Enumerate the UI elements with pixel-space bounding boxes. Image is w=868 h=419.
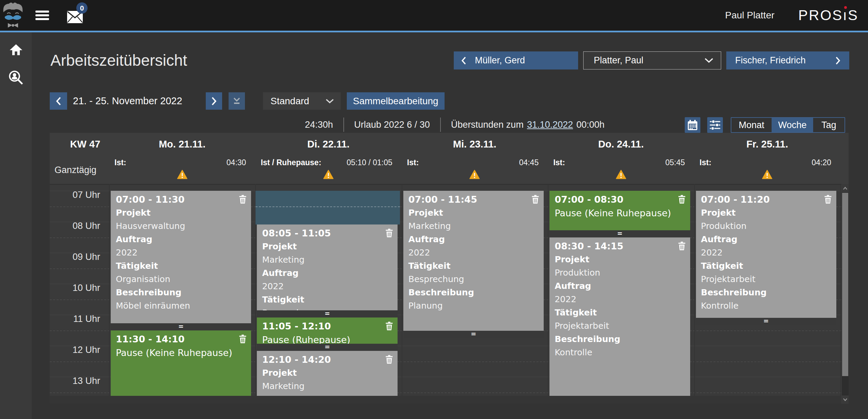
home-icon[interactable] (0, 40, 32, 60)
resize-handle[interactable]: = (696, 318, 836, 325)
event-field-value: Projektarbeit (555, 319, 685, 332)
event-field-value: 2022 (555, 293, 685, 306)
delete-icon[interactable] (532, 195, 539, 205)
day-column: 07:00 - 11:30 ProjektHausverwaltungAuftr… (109, 184, 255, 396)
person-search-icon[interactable] (0, 68, 32, 88)
filter-sliders-icon[interactable] (707, 117, 723, 133)
scroll-down-icon[interactable] (842, 395, 849, 404)
event-field-value: Möbel einräumen (116, 299, 246, 312)
event-card[interactable]: 07:00 - 11:30 ProjektHausverwaltungAuftr… (111, 191, 251, 330)
event-head: 12:10 - 14:20 (262, 354, 392, 365)
event-head: 07:00 - 08:30 (555, 194, 685, 205)
warning-icon (177, 170, 187, 179)
day-subheader: Ist:04:45 (402, 155, 548, 184)
scroll-up-icon[interactable] (842, 184, 849, 192)
overtime-value: 00:00h (576, 120, 605, 130)
delete-icon[interactable] (386, 229, 393, 239)
resize-handle[interactable]: = (257, 344, 397, 351)
overtime-prefix: Überstunden zum (451, 120, 524, 130)
event-card[interactable]: 12:10 - 14:20 ProjektMarketingAuftrag (257, 351, 397, 396)
event-field-label: Auftrag (262, 393, 392, 396)
bulk-edit-button[interactable]: Sammelbearbeitung (347, 92, 445, 110)
next-person-button[interactable]: Fischer, Friedrich (726, 51, 849, 69)
day-column: 07:00 - 11:20 ProjektProduktionAuftrag20… (694, 184, 840, 396)
resize-handle[interactable]: = (549, 230, 690, 237)
event-body: 07:00 - 11:45 ProjektMarketingAuftrag202… (403, 191, 544, 331)
event-time: 11:05 - 12:10 (262, 321, 331, 331)
event-title: Pause (Ruhepause) (262, 333, 392, 344)
event-card[interactable]: 11:05 - 12:10 Pause (Ruhepause)= (257, 317, 397, 351)
event-time: 07:00 - 11:30 (116, 194, 185, 205)
resize-handle[interactable]: = (257, 310, 397, 317)
delete-icon[interactable] (239, 195, 246, 205)
day-subheader: Ist / Ruhepause:05:10 / 01:05 (255, 155, 401, 184)
view-day-tab[interactable]: Tag (813, 118, 844, 132)
view-week-tab[interactable]: Woche (773, 118, 812, 132)
day-header: Do. 24.11. (548, 133, 694, 155)
event-title: Pause (Keine Ruhepause) (116, 346, 246, 360)
scrollbar[interactable] (842, 184, 849, 404)
delete-icon[interactable] (678, 195, 685, 205)
day-header: Di. 22.11. (255, 133, 401, 155)
profile-select[interactable]: Standard (263, 92, 341, 110)
event-card[interactable]: 08:30 - 14:15 ProjektProduktionAuftrag20… (549, 237, 690, 396)
event-time: 12:10 - 14:20 (262, 354, 331, 365)
event-field-label: Projekt (262, 366, 392, 379)
delete-icon[interactable] (239, 335, 246, 345)
resize-handle[interactable]: = (111, 323, 251, 330)
event-field-label: Projekt (555, 253, 685, 266)
event-card[interactable]: 07:00 - 08:30 Pause (Keine Ruhepause)= (549, 191, 690, 237)
event-field-label: Tätigkeit (262, 293, 392, 306)
mail-badge: 0 (76, 2, 88, 14)
next-week-button[interactable] (206, 92, 222, 110)
event-field-label: Auftrag (701, 233, 832, 246)
brand-i: ı (843, 7, 848, 24)
event-card[interactable]: 07:00 - 11:20 ProjektProduktionAuftrag20… (696, 191, 836, 325)
event-field-value: Marketing (262, 253, 392, 266)
event-field-label: Beschreibung (408, 286, 539, 299)
resize-handle[interactable]: = (403, 331, 544, 338)
day-subheader: Ist:05:45 (548, 155, 694, 184)
brand-text-end: S (848, 7, 858, 24)
event-field-value: Besprechung (408, 273, 539, 286)
delete-icon[interactable] (824, 195, 832, 205)
event-field-label: Projekt (116, 206, 246, 219)
ist-value: 04:20 (811, 158, 831, 167)
prev-person-button[interactable]: Müller, Gerd (454, 51, 578, 69)
event-body: 08:05 - 11:05 ProjektMarketingAuftrag202… (257, 224, 397, 310)
overtime-date-link[interactable]: 31.10.2022 (527, 120, 573, 130)
view-month-tab[interactable]: Monat (731, 118, 772, 132)
event-field-value: 2022 (408, 246, 539, 259)
allday-label: Ganztägig (55, 165, 96, 175)
event-card[interactable]: 11:30 - 14:10 Pause (Keine Ruhepause) (111, 330, 251, 396)
event-card[interactable]: 08:05 - 11:05 ProjektMarketingAuftrag202… (257, 224, 397, 317)
app: 0 Paul Platter PROSıS Arbeitszeitübersic… (0, 0, 868, 419)
delete-icon[interactable] (386, 355, 393, 365)
event-field-value: Marketing (262, 379, 392, 393)
event-field-label: Beschreibung (701, 286, 832, 299)
app-logo-icon[interactable] (2, 1, 24, 29)
event-time: 08:05 - 11:05 (262, 228, 331, 238)
event-time: 07:00 - 11:20 (701, 194, 770, 205)
ist-label: Ist: (114, 158, 126, 167)
event-field-value: Produktion (555, 266, 685, 279)
menu-icon[interactable] (35, 11, 50, 21)
person-select[interactable]: Platter, Paul (583, 51, 721, 69)
chevron-down-icon (326, 99, 334, 104)
event-body: 12:10 - 14:20 ProjektMarketingAuftrag (257, 351, 397, 396)
divider (343, 118, 344, 132)
chevron-left-icon (461, 57, 466, 65)
chevron-down-icon (704, 58, 713, 63)
mail-icon[interactable]: 0 (67, 11, 93, 31)
delete-icon[interactable] (386, 322, 393, 332)
jump-to-current-icon[interactable] (229, 92, 245, 110)
calendar-icon[interactable] (685, 117, 700, 133)
event-card[interactable]: 07:00 - 11:45 ProjektMarketingAuftrag202… (403, 191, 544, 338)
scrollbar-thumb[interactable] (842, 193, 848, 376)
prev-week-button[interactable] (50, 92, 67, 110)
user-name[interactable]: Paul Platter (725, 10, 775, 21)
event-time: 07:00 - 08:30 (555, 194, 623, 205)
event-field-value: 2022 (262, 280, 392, 293)
delete-icon[interactable] (678, 242, 685, 252)
event-head: 11:30 - 14:10 (116, 334, 246, 345)
